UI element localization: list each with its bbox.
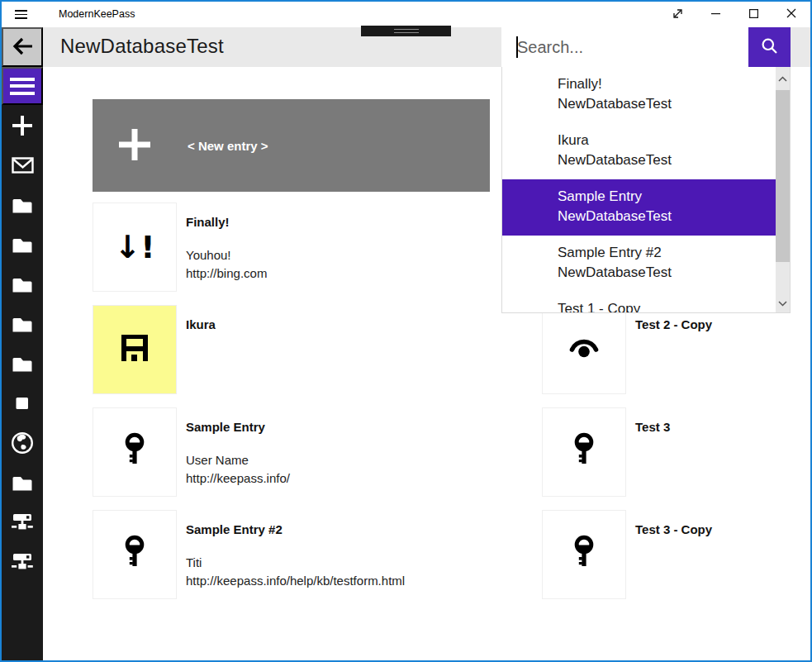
- suggestion-item[interactable]: Finally!NewDatabaseTest: [502, 67, 777, 123]
- mail-icon: [12, 157, 34, 176]
- suggestion-title: Finally!: [558, 74, 777, 94]
- sidebar-item-folder-6[interactable]: [2, 353, 43, 376]
- entry-tile: [542, 510, 626, 599]
- entry-item[interactable]: Test 2 - Copy: [542, 305, 812, 394]
- sidebar-menu-button[interactable]: [2, 67, 43, 105]
- suggestion-item[interactable]: IkuraNewDatabaseTest: [502, 123, 777, 179]
- folder-icon: [11, 354, 34, 376]
- entry-item[interactable]: Sample Entry #2Titihttp://keepass.info/h…: [93, 510, 481, 599]
- new-entry-button[interactable]: < New entry >: [93, 99, 490, 192]
- scroll-up-icon[interactable]: [776, 70, 790, 87]
- sidebar-item-network-11[interactable]: [2, 551, 43, 574]
- entry-item[interactable]: Sample EntryUser Namehttp://keepass.info…: [93, 407, 481, 497]
- entry-subtitle: Titihttp://keepass.info/help/kb/testform…: [186, 554, 405, 590]
- app-window: ModernKeePass NewDatabaseTest Finally!Ne…: [0, 0, 812, 662]
- plus-icon: [118, 128, 151, 164]
- hamburger-icon[interactable]: [15, 10, 27, 19]
- sidebar-item-network-10[interactable]: [2, 512, 43, 535]
- entry-tile: [93, 407, 177, 497]
- search-button[interactable]: [748, 27, 791, 67]
- key-icon: [565, 534, 603, 575]
- suggestion-subtitle: NewDatabaseTest: [558, 263, 777, 283]
- titlebar: ModernKeePass: [2, 2, 810, 27]
- page-title: NewDatabaseTest: [60, 35, 224, 58]
- sidebar: [2, 27, 43, 660]
- entry-title: Sample Entry #2: [186, 522, 405, 537]
- entry-text: Test 3: [626, 407, 670, 497]
- close-icon: [786, 8, 796, 21]
- window-controls: [658, 2, 810, 27]
- entry-text: Ikura: [177, 305, 216, 394]
- scrollbar-thumb[interactable]: [776, 90, 790, 262]
- dropdown-scrollbar[interactable]: [776, 67, 790, 313]
- entry-text: Sample EntryUser Namehttp://keepass.info…: [177, 407, 290, 497]
- floppy-disk-icon: [118, 331, 151, 368]
- folder-icon: [11, 195, 34, 217]
- suggestion-item[interactable]: Sample Entry #2NewDatabaseTest: [502, 236, 777, 292]
- plus-icon: [12, 115, 33, 139]
- suggestion-title: Sample Entry #2: [558, 243, 777, 263]
- entry-item[interactable]: Test 3: [542, 407, 812, 497]
- sidebar-item-folder-5[interactable]: [2, 313, 43, 336]
- entry-item[interactable]: ↓!Finally!Youhou!http://bing.com: [93, 202, 481, 292]
- suggestion-list: Finally!NewDatabaseTestIkuraNewDatabaseT…: [502, 67, 790, 313]
- search-input[interactable]: [501, 27, 748, 67]
- eye-arc-icon: [565, 329, 603, 370]
- down-arrow-exclamation-icon: ↓!: [114, 231, 154, 263]
- sidebar-item-mail-1[interactable]: [2, 155, 43, 178]
- suggestion-subtitle: NewDatabaseTest: [558, 150, 777, 170]
- suggestion-subtitle: NewDatabaseTest: [558, 94, 777, 114]
- app-title: ModernKeePass: [59, 8, 135, 20]
- suggestion-title: Ikura: [558, 131, 777, 150]
- sidebar-item-folder-9[interactable]: [2, 472, 43, 495]
- sidebar-item-folder-2[interactable]: [2, 194, 43, 217]
- suggestion-item[interactable]: Sample EntryNewDatabaseTest: [502, 179, 777, 236]
- page-icon: [16, 397, 29, 412]
- network-icon: [11, 551, 34, 574]
- entry-item[interactable]: Test 3 - Copy: [542, 510, 812, 599]
- resize-diagonal-icon: [672, 7, 684, 22]
- entry-tile: [93, 510, 177, 599]
- entry-title: Test 2 - Copy: [635, 317, 712, 332]
- text-caret: [516, 36, 518, 58]
- entry-text: Test 2 - Copy: [626, 305, 712, 394]
- suggestion-title: Sample Entry: [558, 187, 777, 207]
- scroll-down-icon[interactable]: [776, 295, 790, 312]
- sidebar-item-plus-0[interactable]: [2, 115, 43, 138]
- sidebar-item-page-7[interactable]: [2, 393, 43, 416]
- entry-title: Test 3: [635, 420, 670, 435]
- entry-text: Sample Entry #2Titihttp://keepass.info/h…: [177, 510, 405, 599]
- entry-subtitle: User Namehttp://keepass.info/: [186, 451, 290, 488]
- search-suggestions-dropdown: Finally!NewDatabaseTestIkuraNewDatabaseT…: [501, 67, 791, 313]
- back-button[interactable]: [2, 27, 43, 67]
- commandbar-grabber[interactable]: [361, 26, 451, 36]
- minimize-button[interactable]: [696, 2, 734, 27]
- folder-icon: [11, 314, 34, 336]
- back-arrow-icon: [12, 36, 34, 60]
- entry-item[interactable]: Ikura: [93, 305, 481, 394]
- sidebar-item-folder-3[interactable]: [2, 234, 43, 257]
- maximize-icon: [749, 8, 758, 21]
- network-icon: [11, 512, 34, 535]
- maximize-button[interactable]: [734, 2, 772, 27]
- folder-icon: [11, 235, 34, 257]
- folder-icon: [11, 274, 34, 297]
- resize-diagonal-button[interactable]: [658, 2, 696, 27]
- close-button[interactable]: [772, 2, 810, 27]
- suggestion-subtitle: NewDatabaseTest: [558, 207, 777, 226]
- search-icon: [760, 36, 779, 58]
- suggestion-title: Test 1 - Copy: [558, 299, 777, 313]
- folder-icon: [11, 473, 34, 495]
- search-box: [501, 27, 791, 67]
- entry-text: Finally!Youhou!http://bing.com: [177, 202, 267, 292]
- sidebar-item-folder-4[interactable]: [2, 274, 43, 297]
- suggestion-item[interactable]: Test 1 - Copy: [502, 292, 777, 313]
- key-icon: [565, 431, 603, 473]
- entry-title: Test 3 - Copy: [635, 522, 712, 537]
- sidebar-item-globe-8[interactable]: [2, 432, 43, 455]
- entry-title: Ikura: [186, 317, 216, 332]
- entry-tile: ↓!: [93, 202, 177, 292]
- entry-text: Test 3 - Copy: [626, 510, 712, 599]
- sidebar-nav: [2, 105, 43, 574]
- entry-tile: [542, 305, 626, 394]
